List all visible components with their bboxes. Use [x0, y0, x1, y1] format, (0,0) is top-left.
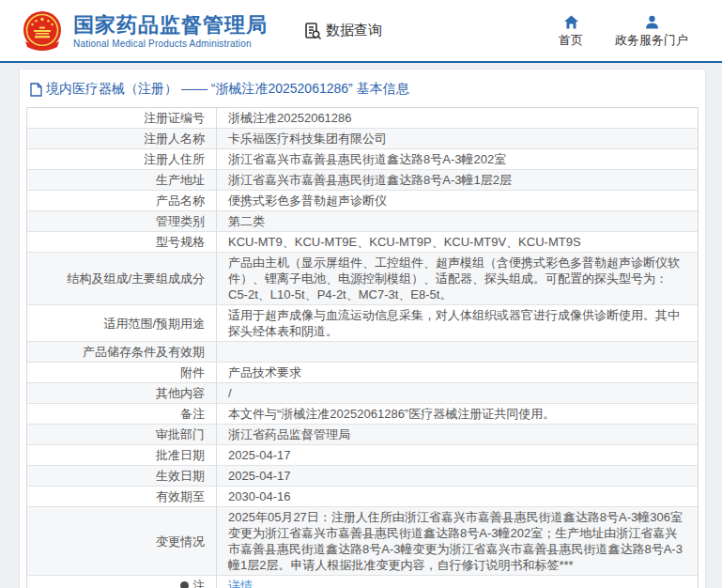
row-label-text: 型号规格: [156, 234, 205, 250]
home-icon: [563, 14, 579, 30]
table-row: 其他内容/: [27, 383, 698, 404]
row-value-text: /: [228, 385, 686, 401]
row-label: 适用范围/预期用途: [27, 305, 216, 341]
table-row: 注册人名称卡乐福医疗科技集团有限公司: [27, 129, 698, 149]
row-label-text: 有效期至: [156, 488, 205, 504]
table-row: 生效日期2025-04-17: [27, 466, 698, 487]
doc-search-icon: [303, 22, 322, 40]
row-value: [216, 342, 698, 362]
row-value-text: 浙械注准20252061286: [228, 110, 686, 126]
row-value-text: 2025-04-17: [228, 447, 686, 463]
nav-item-portal[interactable]: 政务服务门户: [615, 14, 688, 48]
row-label-text: 适用范围/预期用途: [103, 316, 205, 332]
row-label: 注册证编号: [27, 108, 216, 128]
data-query-label: 数据查询: [326, 22, 382, 39]
row-label: 产品储存条件及有效期: [27, 342, 216, 362]
row-label: 结构及组成/主要组成成分: [27, 253, 216, 304]
table-row: 产品名称便携式彩色多普勒超声诊断仪: [27, 191, 698, 211]
site-title-block: 国家药品监督管理局 National Medical Products Admi…: [73, 13, 268, 49]
row-label-text: 附件: [180, 364, 205, 380]
row-value-text: 卡乐福医疗科技集团有限公司: [228, 131, 686, 147]
row-label: 批准日期: [27, 445, 216, 465]
row-value-text: 浙江省嘉兴市嘉善县惠民街道鑫达路8号A-3幢1层2层: [228, 172, 686, 188]
row-label-text: 产品储存条件及有效期: [83, 344, 205, 360]
table-row: 变更情况2025年05月27日：注册人住所由浙江省嘉兴市嘉善县惠民街道鑫达路8号…: [27, 507, 698, 576]
row-value: 2025-04-17: [216, 445, 698, 465]
table-row: 备注本文件与“浙械注准20252061286”医疗器械注册证共同使用。: [27, 404, 698, 425]
table-row: 有效期至2030-04-16: [27, 487, 698, 507]
registration-info-table: 注册证编号浙械注准20252061286注册人名称卡乐福医疗科技集团有限公司注册…: [26, 107, 699, 588]
nav-item-label: 首页: [559, 33, 583, 48]
row-value: 产品由主机（显示屏组件、工控组件、超声模组（含便携式彩色多普勒超声诊断仪软件）、…: [216, 253, 698, 304]
row-value: 2030-04-16: [216, 487, 698, 506]
row-value: 浙江省药品监督管理局: [216, 425, 698, 444]
row-value: 浙江省嘉兴市嘉善县惠民街道鑫达路8号A-3幢202室: [216, 149, 698, 169]
row-label: 其他内容: [27, 383, 216, 403]
breadcrumb-text: 境内医疗器械（注册） —— “浙械注准20252061286” 基本信息: [46, 81, 409, 98]
row-value-text: 2030-04-16: [228, 488, 686, 504]
note-icon: [180, 581, 189, 588]
row-label-text: 产品名称: [156, 193, 205, 209]
table-row: 产品储存条件及有效期: [27, 342, 698, 363]
content-card: 境内医疗器械（注册） —— “浙械注准20252061286” 基本信息 注册证…: [19, 69, 706, 588]
row-value-text: 产品技术要求: [228, 364, 686, 380]
row-label-text: 注册人名称: [144, 131, 205, 147]
row-value-text: 2025年05月27日：注册人住所由浙江省嘉兴市嘉善县惠民街道鑫达路8号A-3幢…: [228, 509, 686, 573]
row-label: 生产地址: [27, 170, 216, 190]
row-value: 详情: [216, 576, 698, 588]
row-value: 2025-04-17: [216, 466, 698, 486]
header: 国家药品监督管理局 National Medical Products Admi…: [0, 0, 722, 63]
row-label: 备注: [27, 404, 216, 424]
table-row: 生产地址浙江省嘉兴市嘉善县惠民街道鑫达路8号A-3幢1层2层: [27, 170, 698, 191]
row-value-text: KCU-MT9、KCU-MT9E、KCU-MT9P、KCU-MT9V、KCU-M…: [228, 234, 686, 250]
user-icon: [644, 14, 660, 30]
row-value: 本文件与“浙械注准20252061286”医疗器械注册证共同使用。: [216, 404, 698, 424]
row-value: 第二类: [216, 211, 698, 231]
row-label-text: 审批部门: [156, 426, 205, 442]
row-label-text: 生产地址: [156, 172, 205, 188]
row-value: KCU-MT9、KCU-MT9E、KCU-MT9P、KCU-MT9V、KCU-M…: [216, 232, 698, 252]
row-value-text: 便携式彩色多普勒超声诊断仪: [228, 193, 686, 209]
site-logo[interactable]: 国家药品监督管理局 National Medical Products Admi…: [21, 9, 268, 53]
row-value-text: 产品由主机（显示屏组件、工控组件、超声模组（含便携式彩色多普勒超声诊断仪软件）、…: [228, 255, 686, 302]
table-row: 管理类别第二类: [27, 211, 698, 232]
breadcrumb: 境内医疗器械（注册） —— “浙械注准20252061286” 基本信息: [26, 70, 699, 107]
header-nav: 首页 政务服务门户: [559, 14, 688, 48]
row-value-text: 浙江省嘉兴市嘉善县惠民街道鑫达路8号A-3幢202室: [228, 151, 686, 167]
detail-link[interactable]: 详情: [228, 579, 253, 588]
row-value: 产品技术要求: [216, 363, 698, 382]
row-label-text: 结构及组成/主要组成成分: [67, 271, 205, 286]
row-label: 附件: [27, 363, 216, 382]
nav-item-home[interactable]: 首页: [559, 14, 583, 48]
table-row: 注册证编号浙械注准20252061286: [27, 108, 698, 129]
document-icon: [30, 83, 42, 97]
table-row: 附件产品技术要求: [27, 363, 698, 383]
table-row: 注册人住所浙江省嘉兴市嘉善县惠民街道鑫达路8号A-3幢202室: [27, 149, 698, 170]
site-subtitle: National Medical Products Administration: [73, 39, 268, 49]
row-label: 生效日期: [27, 466, 216, 486]
row-label: 变更情况: [27, 507, 216, 575]
row-label: 有效期至: [27, 487, 216, 506]
row-label-text: 注: [192, 578, 205, 588]
national-emblem-icon: [21, 9, 64, 53]
row-label: 型号规格: [27, 232, 216, 252]
row-label-text: 管理类别: [156, 213, 205, 229]
row-value: /: [216, 383, 698, 403]
table-row: 适用范围/预期用途适用于超声成像与血流运动信息采集，对人体组织或器官进行成像供诊…: [27, 305, 698, 342]
row-label-text: 生效日期: [156, 468, 205, 484]
row-label-text: 其他内容: [156, 385, 205, 401]
table-row: 注详情: [27, 576, 698, 588]
row-value-text: 本文件与“浙械注准20252061286”医疗器械注册证共同使用。: [228, 406, 686, 422]
row-value-text: 适用于超声成像与血流运动信息采集，对人体组织或器官进行成像供诊断使用。其中探头经…: [228, 307, 686, 339]
row-label-text: 变更情况: [156, 534, 205, 549]
row-label: 管理类别: [27, 211, 216, 231]
table-row: 审批部门浙江省药品监督管理局: [27, 425, 698, 445]
row-label-text: 备注: [180, 406, 205, 422]
row-label-text: 批准日期: [156, 447, 205, 463]
row-value: 便携式彩色多普勒超声诊断仪: [216, 191, 698, 210]
data-query-button[interactable]: 数据查询: [303, 22, 382, 40]
row-value: 适用于超声成像与血流运动信息采集，对人体组织或器官进行成像供诊断使用。其中探头经…: [216, 305, 698, 341]
row-value-text: 第二类: [228, 213, 686, 229]
table-row: 结构及组成/主要组成成分产品由主机（显示屏组件、工控组件、超声模组（含便携式彩色…: [27, 253, 698, 305]
nav-item-label: 政务服务门户: [615, 33, 688, 48]
